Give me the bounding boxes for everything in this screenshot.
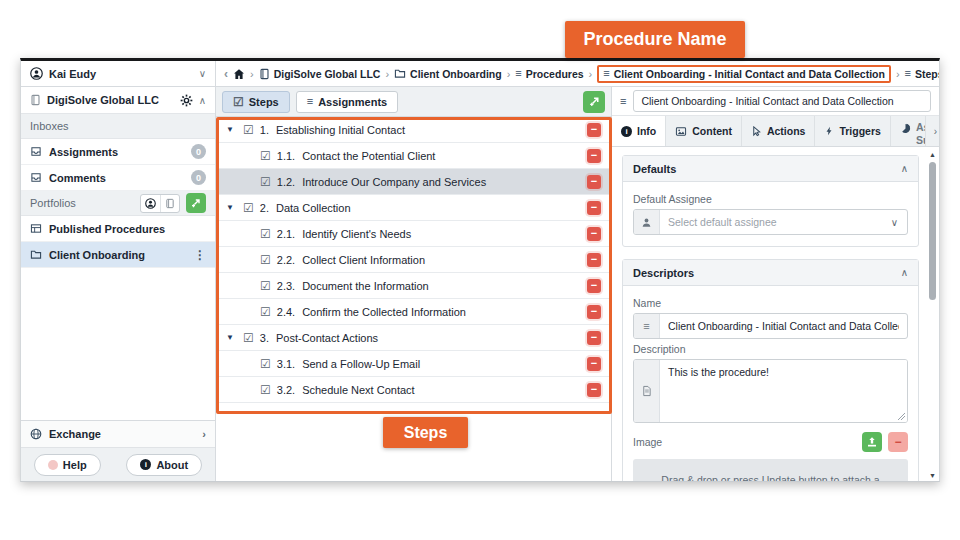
breadcrumb-separator: ›	[896, 68, 900, 80]
image-dropzone[interactable]: Drag & drop or press Update button to at…	[633, 459, 908, 481]
collapse-triangle-icon[interactable]: ▼	[226, 125, 237, 134]
breadcrumb-separator: ›	[589, 68, 593, 80]
tabs-overflow-chevron-icon[interactable]: ›	[934, 126, 937, 137]
chevron-up-icon[interactable]: ∧	[199, 95, 206, 106]
globe-icon	[30, 428, 42, 440]
remove-image-button[interactable]: −	[888, 432, 908, 452]
tab-content[interactable]: Content	[666, 116, 742, 146]
defaults-card-header[interactable]: Defaults ∧	[623, 156, 918, 182]
breadcrumb-procedures[interactable]: ≡ Procedures	[515, 68, 583, 80]
image-row: Image −	[633, 432, 908, 452]
step-row[interactable]: ☑ 2.1. Identify Client's Needs −	[216, 221, 611, 247]
default-assignee-select[interactable]: ∨	[633, 209, 908, 235]
tab-label: Assignments	[318, 96, 387, 108]
more-options-icon[interactable]: ⋮	[194, 248, 206, 262]
remove-step-button[interactable]: −	[587, 227, 601, 241]
breadcrumb-org[interactable]: DigiSolve Global LLC	[259, 68, 381, 80]
step-row[interactable]: ☑ 3.2. Schedule Next Contact −	[216, 377, 611, 403]
description-textarea[interactable]: This is the procedure!	[660, 360, 907, 422]
sidebar-item-comments[interactable]: Comments 0	[21, 165, 215, 191]
remove-step-button[interactable]: −	[587, 305, 601, 319]
step-checkbox-icon[interactable]: ☑	[260, 305, 271, 319]
step-number: 2.3.	[277, 280, 295, 292]
sidebar-item-published-procedures[interactable]: Published Procedures	[21, 216, 215, 242]
step-row[interactable]: ☑ 3.1. Send a Follow-Up Email −	[216, 351, 611, 377]
step-row[interactable]: ☑ 1.2. Introduce Our Company and Service…	[216, 169, 611, 195]
step-row[interactable]: ☑ 2.3. Document the Information −	[216, 273, 611, 299]
upload-image-button[interactable]	[862, 432, 882, 452]
step-number: 2.	[260, 202, 269, 214]
scrollbar-thumb[interactable]	[929, 162, 936, 300]
back-chevron-icon[interactable]: ‹	[224, 67, 228, 81]
remove-step-button[interactable]: −	[587, 149, 601, 163]
step-checkbox-icon[interactable]: ☑	[260, 253, 271, 267]
book-view-button[interactable]	[160, 195, 179, 212]
descriptor-name-input[interactable]	[660, 314, 907, 338]
org-row[interactable]: DigiSolve Global LLC ∧	[21, 87, 215, 114]
step-checkbox-icon[interactable]: ☑	[260, 175, 271, 189]
sidebar-item-label: Client Onboarding	[49, 249, 145, 261]
about-button[interactable]: i About	[126, 454, 202, 476]
step-checkbox-icon[interactable]: ☑	[243, 123, 254, 137]
tab-assignment-summary[interactable]: Assignment Summary	[891, 116, 926, 146]
scroll-up-arrow[interactable]: ▲	[927, 151, 938, 158]
breadcrumb-procedure-name[interactable]: ≡ Client Onboarding - Initial Contact an…	[597, 65, 891, 83]
step-row[interactable]: ☑ 1.1. Contact the Potential Client −	[216, 143, 611, 169]
person-view-button[interactable]	[141, 195, 160, 212]
step-checkbox-icon[interactable]: ☑	[260, 383, 271, 397]
collapse-triangle-icon[interactable]: ▼	[226, 333, 237, 342]
step-checkbox-icon[interactable]: ☑	[243, 331, 254, 345]
breadcrumb-steps[interactable]: ≡ Steps	[905, 68, 939, 80]
remove-step-button[interactable]: −	[587, 123, 601, 137]
breadcrumb-home[interactable]	[233, 68, 245, 80]
step-checkbox-icon[interactable]: ☑	[260, 357, 271, 371]
tab-info[interactable]: i Info	[612, 116, 666, 146]
breadcrumb-portfolio[interactable]: Client Onboarding	[394, 68, 502, 80]
tab-triggers[interactable]: Triggers	[815, 116, 890, 146]
remove-step-button[interactable]: −	[587, 331, 601, 345]
default-assignee-label: Default Assignee	[633, 193, 908, 205]
count-badge: 0	[191, 170, 206, 185]
step-checkbox-icon[interactable]: ☑	[243, 201, 254, 215]
breadcrumb-org-label: DigiSolve Global LLC	[274, 68, 381, 80]
name-field[interactable]: ≡	[633, 313, 908, 339]
remove-step-button[interactable]: −	[587, 383, 601, 397]
step-row[interactable]: ▼ ☑ 2. Data Collection −	[216, 195, 611, 221]
step-row[interactable]: ☑ 2.4. Confirm the Collected Information…	[216, 299, 611, 325]
collapse-triangle-icon[interactable]: ▼	[226, 203, 237, 212]
description-field[interactable]: This is the procedure!	[633, 359, 908, 423]
remove-step-button[interactable]: −	[587, 201, 601, 215]
remove-step-button[interactable]: −	[587, 175, 601, 189]
sidebar-item-client-onboarding[interactable]: Client Onboarding ⋮	[21, 242, 215, 268]
step-checkbox-icon[interactable]: ☑	[260, 149, 271, 163]
remove-step-button[interactable]: −	[587, 253, 601, 267]
help-button[interactable]: Help	[34, 454, 101, 476]
gear-icon[interactable]	[180, 94, 193, 107]
image-label: Image	[633, 436, 862, 448]
remove-step-button[interactable]: −	[587, 279, 601, 293]
step-row[interactable]: ☑ 2.2. Collect Client Information −	[216, 247, 611, 273]
step-checkbox-icon[interactable]: ☑	[260, 227, 271, 241]
sidebar-item-exchange[interactable]: Exchange ›	[21, 420, 215, 447]
step-row[interactable]: ▼ ☑ 1. Establishing Initial Contact −	[216, 117, 611, 143]
chevron-down-icon[interactable]: ∨	[882, 210, 907, 234]
tab-assignments[interactable]: ≡ Assignments	[296, 91, 399, 113]
step-checkbox-icon[interactable]: ☑	[260, 279, 271, 293]
scroll-down-arrow[interactable]: ▼	[927, 472, 938, 479]
user-menu[interactable]: Kai Eudy ∨	[21, 61, 216, 86]
breadcrumb: ‹ › DigiSolve Global LLC ›	[216, 61, 939, 86]
new-portfolio-button[interactable]	[186, 193, 206, 213]
descriptors-card-header[interactable]: Descriptors ∧	[623, 260, 918, 286]
step-number: 1.1.	[277, 150, 295, 162]
tab-steps[interactable]: ☑ Steps	[222, 91, 290, 113]
sidebar-item-assignments[interactable]: Assignments 0	[21, 139, 215, 165]
resize-handle[interactable]	[898, 413, 905, 420]
details-tabs: i Info Content Actions	[612, 115, 939, 147]
step-row[interactable]: ▼ ☑ 3. Post-Contact Actions −	[216, 325, 611, 351]
procedure-name-input[interactable]	[633, 90, 931, 112]
breadcrumb-portfolio-label: Client Onboarding	[410, 68, 502, 80]
remove-step-button[interactable]: −	[587, 357, 601, 371]
default-assignee-input[interactable]	[660, 210, 882, 234]
tab-actions[interactable]: Actions	[742, 116, 816, 146]
add-step-button[interactable]	[583, 91, 605, 113]
